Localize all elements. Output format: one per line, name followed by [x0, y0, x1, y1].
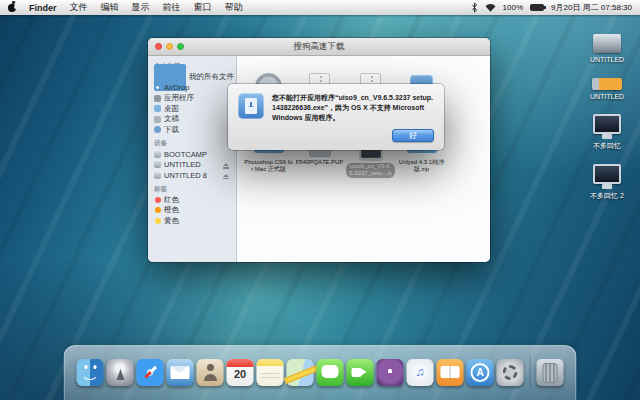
- desktop-icon-display-2[interactable]: 不多回忆 2: [576, 164, 638, 200]
- eject-icon[interactable]: [223, 163, 229, 166]
- dock-icon-safari[interactable]: [137, 359, 164, 386]
- sidebar-item-label: 桌面: [164, 104, 179, 114]
- external-drive-icon: [593, 34, 621, 53]
- sidebar-item-label: 红色: [164, 195, 179, 205]
- drive-icon: [154, 151, 161, 158]
- alert-buttons: 好: [238, 129, 434, 142]
- dock-icon-maps[interactable]: [287, 359, 314, 386]
- battery-percent[interactable]: 100%: [503, 3, 523, 12]
- sidebar-item-applications[interactable]: 应用程序: [154, 93, 236, 104]
- minimize-button[interactable]: [166, 43, 173, 50]
- sidebar-section-tags: 标签: [154, 185, 236, 194]
- calendar-day: 20: [227, 369, 254, 380]
- dock-icon-itunes[interactable]: [407, 359, 434, 386]
- yellow-tag-icon: [155, 218, 161, 224]
- sidebar-item-tag-orange[interactable]: 橙色: [154, 205, 236, 216]
- usb-drive-icon: [592, 78, 622, 90]
- dock-icon-notes[interactable]: [257, 359, 284, 386]
- zoom-button[interactable]: [177, 43, 184, 50]
- dock-icon-contacts[interactable]: [197, 359, 224, 386]
- sidebar-item-airdrop[interactable]: AirDrop: [154, 83, 236, 94]
- eject-icon[interactable]: [223, 174, 229, 177]
- menu-finder[interactable]: Finder: [28, 3, 58, 13]
- desktop-icon-label: 不多回忆: [593, 142, 621, 150]
- alert-dialog: 您不能打开应用程序“uiso9_cn_V9.6.5.3237 setup. 14…: [228, 84, 444, 150]
- menu-bar: Finder 文件 编辑 显示 前往 窗口 帮助 100% 9月20日 周二 0…: [0, 0, 640, 15]
- menu-go[interactable]: 前往: [162, 1, 182, 14]
- alert-content: 您不能打开应用程序“uiso9_cn_V9.6.5.3237 setup. 14…: [238, 93, 434, 122]
- ok-button[interactable]: 好: [392, 129, 434, 142]
- alert-app-icon: [238, 93, 264, 119]
- bluetooth-icon[interactable]: [471, 2, 478, 13]
- desktop-icon-label: 不多回忆 2: [590, 192, 624, 200]
- battery-icon[interactable]: [530, 4, 544, 11]
- sidebar-item-label: 应用程序: [164, 93, 194, 103]
- sidebar-item-label: UNTITLED 8: [164, 171, 207, 180]
- sidebar-item-untitled[interactable]: UNTITLED: [154, 160, 236, 171]
- menubar-clock[interactable]: 9月20日 周二 07:58:30: [551, 2, 632, 13]
- applications-icon: [154, 95, 161, 102]
- menu-file[interactable]: 文件: [69, 1, 89, 14]
- dock: 20: [64, 345, 577, 400]
- sidebar-item-label: UNTITLED: [164, 160, 201, 169]
- menu-bar-status: 100% 9月20日 周二 07:58:30: [471, 2, 632, 13]
- desktop-icon-display-1[interactable]: 不多回忆: [576, 114, 638, 150]
- menu-edit[interactable]: 编辑: [100, 1, 120, 14]
- drive-icon: [154, 172, 161, 179]
- sidebar-item-all-my-files[interactable]: 我的所有文件: [154, 72, 236, 83]
- documents-icon: [154, 116, 161, 123]
- downloads-icon: [154, 126, 161, 133]
- sidebar-item-label: 橙色: [164, 205, 179, 215]
- desktop-icon-column: UNTITLED UNTITLED 不多回忆 不多回忆 2: [576, 34, 638, 200]
- menu-help[interactable]: 帮助: [224, 1, 244, 14]
- window-title: 搜狗高速下载: [148, 41, 490, 53]
- sidebar-item-tag-red[interactable]: 红色: [154, 195, 236, 206]
- traffic-lights: [155, 43, 184, 50]
- desktop-folder-icon: [154, 105, 161, 112]
- sidebar-item-untitled-8[interactable]: UNTITLED 8: [154, 170, 236, 181]
- dock-icon-app-store[interactable]: [467, 359, 494, 386]
- dock-icon-launchpad[interactable]: [107, 359, 134, 386]
- wifi-icon[interactable]: [485, 3, 496, 12]
- apple-menu-icon[interactable]: [8, 4, 16, 12]
- red-tag-icon: [155, 197, 161, 203]
- display-icon: [593, 114, 621, 134]
- finder-sidebar: 个人收藏 我的所有文件 AirDrop 应用程序 桌面 文稿 下载 设备 BOO…: [148, 56, 237, 262]
- sidebar-item-label: AirDrop: [164, 83, 189, 92]
- dock-icon-photo-booth[interactable]: [377, 359, 404, 386]
- sidebar-item-label: 我的所有文件: [189, 72, 234, 82]
- sidebar-item-bootcamp[interactable]: BOOTCAMP: [154, 149, 236, 160]
- orange-tag-icon: [155, 207, 161, 213]
- display-icon: [593, 164, 621, 184]
- dock-icon-facetime[interactable]: [347, 359, 374, 386]
- dock-icon-messages[interactable]: [317, 359, 344, 386]
- sidebar-item-label: 下载: [164, 125, 179, 135]
- menu-list: Finder 文件 编辑 显示 前往 窗口 帮助: [8, 1, 244, 14]
- dock-separator: [530, 356, 531, 388]
- sidebar-item-desktop[interactable]: 桌面: [154, 104, 236, 115]
- dock-icon-mail[interactable]: [167, 359, 194, 386]
- dock-icon-ibooks[interactable]: [437, 359, 464, 386]
- file-name: uiso9_cn_V9.6.5.3237_setu…b636.exe: [346, 163, 395, 178]
- file-name: Photoshop CS6 for Mac 正式版: [244, 159, 293, 173]
- dock-icon-finder[interactable]: [77, 359, 104, 386]
- window-titlebar[interactable]: 搜狗高速下载: [148, 38, 490, 56]
- desktop-icon-label: UNTITLED: [590, 93, 624, 101]
- sidebar-section-devices: 设备: [154, 139, 236, 148]
- drive-icon: [154, 161, 161, 168]
- sidebar-item-tag-yellow[interactable]: 黄色: [154, 216, 236, 227]
- sidebar-item-label: 文稿: [164, 114, 179, 124]
- alert-message: 您不能打开应用程序“uiso9_cn_V9.6.5.3237 setup. 14…: [272, 93, 434, 122]
- sidebar-item-label: 黄色: [164, 216, 179, 226]
- sidebar-item-documents[interactable]: 文稿: [154, 114, 236, 125]
- desktop-icon-untitled-2[interactable]: UNTITLED: [576, 78, 638, 101]
- sidebar-item-downloads[interactable]: 下载: [154, 125, 236, 136]
- dock-icon-trash[interactable]: [537, 359, 564, 386]
- close-button[interactable]: [155, 43, 162, 50]
- dock-icon-calendar[interactable]: 20: [227, 359, 254, 386]
- desktop-icon-untitled-1[interactable]: UNTITLED: [576, 34, 638, 64]
- menu-view[interactable]: 显示: [131, 1, 151, 14]
- dock-icon-system-preferences[interactable]: [497, 359, 524, 386]
- menu-window[interactable]: 窗口: [193, 1, 213, 14]
- sidebar-item-label: BOOTCAMP: [164, 150, 207, 159]
